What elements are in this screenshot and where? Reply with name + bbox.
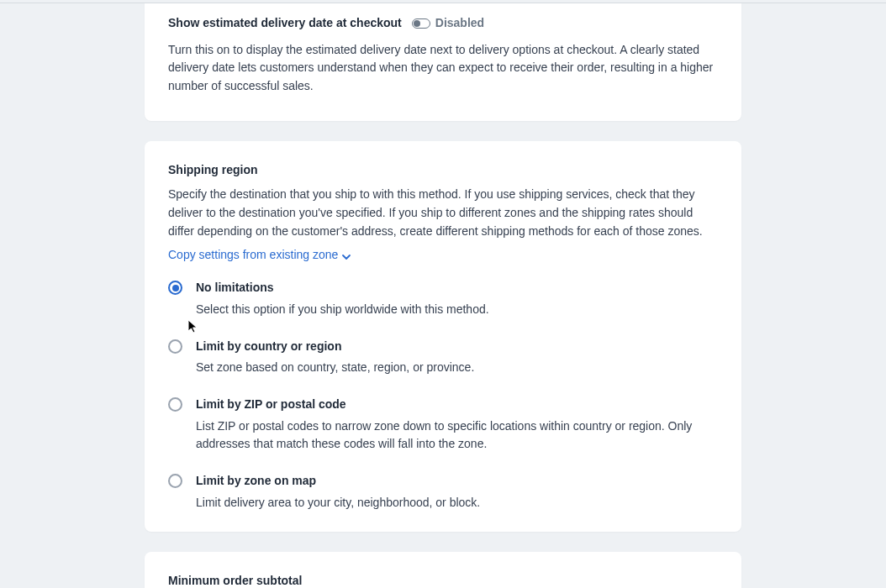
radio-label: Limit by ZIP or postal code xyxy=(196,396,718,414)
radio-limit-map[interactable]: Limit by zone on map Limit delivery area… xyxy=(168,472,718,512)
radio-limit-country[interactable]: Limit by country or region Set zone base… xyxy=(168,338,718,377)
min-order-title: Minimum order subtotal xyxy=(168,572,718,588)
shipping-region-description: Specify the destination that you ship to… xyxy=(168,186,718,240)
radio-label: Limit by zone on map xyxy=(196,472,718,491)
min-order-card: Minimum order subtotal Specify the order… xyxy=(145,552,741,588)
delivery-date-title-row: Show estimated delivery date at checkout… xyxy=(168,14,718,33)
radio-button[interactable] xyxy=(168,339,182,354)
delivery-date-card: Show estimated delivery date at checkout… xyxy=(145,3,741,121)
copy-settings-link-label: Copy settings from existing zone xyxy=(168,246,338,265)
delivery-date-toggle[interactable]: Disabled xyxy=(412,14,484,33)
radio-content: Limit by country or region Set zone base… xyxy=(196,338,718,377)
radio-label: Limit by country or region xyxy=(196,338,718,356)
settings-page: Show estimated delivery date at checkout… xyxy=(0,3,886,588)
radio-content: No limitations Select this option if you… xyxy=(196,279,718,318)
radio-limit-zip[interactable]: Limit by ZIP or postal code List ZIP or … xyxy=(168,396,718,454)
shipping-region-card: Shipping region Specify the destination … xyxy=(145,141,741,533)
radio-description: Set zone based on country, state, region… xyxy=(196,359,718,377)
chevron-down-icon xyxy=(341,249,351,260)
toggle-status-label: Disabled xyxy=(435,14,484,33)
shipping-region-radio-group: No limitations Select this option if you… xyxy=(168,279,718,512)
radio-button[interactable] xyxy=(168,474,182,488)
delivery-date-title: Show estimated delivery date at checkout xyxy=(168,14,402,33)
radio-description: Limit delivery area to your city, neighb… xyxy=(196,494,718,512)
delivery-date-description: Turn this on to display the estimated de… xyxy=(168,41,718,96)
page-top-divider xyxy=(0,3,886,3)
copy-settings-link[interactable]: Copy settings from existing zone xyxy=(168,246,351,265)
radio-label: No limitations xyxy=(196,279,718,297)
radio-content: Limit by ZIP or postal code List ZIP or … xyxy=(196,396,718,454)
radio-description: Select this option if you ship worldwide… xyxy=(196,301,718,319)
shipping-region-title: Shipping region xyxy=(168,161,718,180)
radio-content: Limit by zone on map Limit delivery area… xyxy=(196,472,718,512)
radio-description: List ZIP or postal codes to narrow zone … xyxy=(196,417,718,454)
toggle-off-icon xyxy=(412,18,430,29)
radio-no-limitations[interactable]: No limitations Select this option if you… xyxy=(168,279,718,318)
radio-button[interactable] xyxy=(168,397,182,412)
radio-button[interactable] xyxy=(168,281,182,295)
